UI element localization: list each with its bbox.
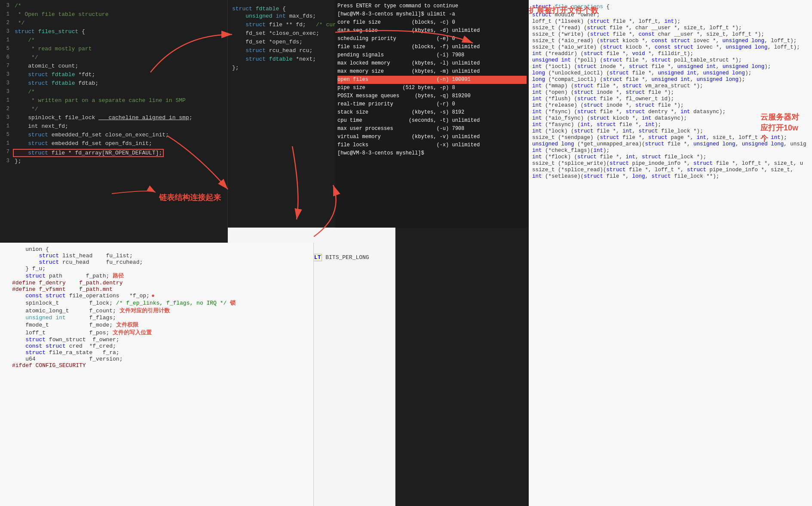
code-line: int (*readdir) (struct file *, void *, f… xyxy=(529,50,812,57)
terminal-line: pipe size (512 bytes, -p) 8 xyxy=(337,84,527,92)
code-line: 6 */ xyxy=(0,54,227,62)
code-line: ssize_t (*aio_read) (struct kiocb *, con… xyxy=(529,37,812,44)
code-line: 1 * Open file table structure xyxy=(0,11,227,19)
code-line: 3 struct fdtable *fdt; xyxy=(0,71,227,80)
terminal-line: POSIX message queues (bytes, -q) 819200 xyxy=(337,92,527,100)
lock-annotation: 锁 xyxy=(230,299,236,307)
chain-annotation: 链表结构连接起来 xyxy=(159,192,221,203)
path-annotation: 路径 xyxy=(113,272,124,280)
code-line: 1 int next_fd; xyxy=(0,123,227,131)
code-line: spinlock_t f_lock; /* f_ep_links, f_flag… xyxy=(0,299,313,307)
code-line: long (*unlocked_ioctl) (struct file *, u… xyxy=(529,70,812,76)
terminal-line: cpu time (seconds, -t) unlimited xyxy=(337,117,527,125)
code-line: 3 struct files_struct { xyxy=(0,28,227,37)
terminal-line: Press ENTER or type command to continue xyxy=(337,2,527,10)
code-line: struct list_head fu_list; xyxy=(0,253,313,259)
expand-files-annotation: 扩展被打开文件个数 xyxy=(529,5,598,15)
code-line: const struct file_operations *f_op; ● xyxy=(0,293,313,299)
code-line: 3 /* xyxy=(0,88,227,97)
fpos-annotation: 文件的写入位置 xyxy=(113,329,152,336)
code-line: ssize_t (*aio_write) (struct kiocb *, co… xyxy=(529,44,812,50)
terminal-line: [hwc@VM-8-3-centos myshell]$ xyxy=(337,149,527,157)
code-line: unsigned int f_flags; xyxy=(0,315,313,321)
code-line: const struct cred *f_cred; xyxy=(0,343,313,349)
code-line: int (*flush) (struct file *, fl_owner_t … xyxy=(529,96,812,102)
code-line: 3 spinlock_t file_lock ___cacheline_alig… xyxy=(0,114,227,123)
code-line: #define f_vfsmnt f_path.mnt xyxy=(0,286,313,293)
code-line: 1 /* xyxy=(0,37,227,45)
code-line: } f_u; xyxy=(0,265,313,272)
code-line: long (*compat_ioctl) (struct file *, uns… xyxy=(529,76,812,83)
refcount-annotation: 文件对应的引用计数 xyxy=(120,307,170,315)
code-line: 3 struct fdtable fdtab; xyxy=(0,80,227,88)
code-line: 1 * written part on a separate cache lin… xyxy=(0,97,227,105)
code-line: struct fown_struct f_owner; xyxy=(0,336,313,343)
terminal-line: max memory size (kbytes, -m) unlimited xyxy=(337,68,527,76)
terminal-line: file size (blocks, -f) unlimited xyxy=(337,43,527,51)
code-line: int (*flock) (struct file *, int, struct… xyxy=(529,154,812,160)
code-line: u64 f_version; xyxy=(0,356,313,362)
terminal-line: max user processes (-u) 7908 xyxy=(337,125,527,133)
code-line: 3 }; xyxy=(0,157,227,166)
code-line: int (*check_flags)(int); xyxy=(529,147,812,154)
open-files-line: open files (-n) 100001 xyxy=(337,76,527,84)
code-line: loff_t (*llseek) (struct file *, loff_t,… xyxy=(529,18,812,25)
code-line: ssize_t (*read) (struct file *, char __u… xyxy=(529,25,812,31)
code-line: unsigned int (*poll) (struct file *, str… xyxy=(529,57,812,63)
code-line: struct file_ra_state f_ra; xyxy=(0,349,313,356)
highlight-code-line: 7 struct file * fd_array[NR_OPEN_DEFAULT… xyxy=(0,148,227,157)
code-line: int (*setlease)(struct file *, long, str… xyxy=(529,173,812,179)
code-line: 3 /* xyxy=(0,2,227,11)
code-line: int (*open) (struct inode *, struct file… xyxy=(529,89,812,96)
code-line: int (*release) (struct inode *, struct f… xyxy=(529,102,812,108)
code-line: 7 atomic_t count; xyxy=(0,62,227,71)
code-line: 5 struct embedded_fd_set close_on_exec_i… xyxy=(0,131,227,140)
terminal-panel: Press ENTER or type command to continue … xyxy=(335,0,529,228)
code-line: 5 * read mostly part xyxy=(0,45,227,54)
file-operations-panel: struct file_operations { struct module *… xyxy=(529,0,812,506)
cloud-server-annotation: 云服务器对应打开10w个 xyxy=(760,112,799,145)
code-line: 2 */ xyxy=(0,105,227,114)
code-line: ssize_t (*splice_write)(struct pipe_inod… xyxy=(529,160,812,167)
main-container: 3 /* 1 * Open file table structure 2 */ … xyxy=(0,0,812,506)
terminal-line: data seg size (kbytes, -d) unlimited xyxy=(337,27,527,35)
terminal-line: scheduling priority (-e) 0 xyxy=(337,35,527,43)
code-line: ssize_t (*write) (struct file *, const c… xyxy=(529,31,812,37)
terminal-line: [hwc@VM-8-3-centos myshell]$ ulimit -a xyxy=(337,10,527,19)
code-line: union { xyxy=(0,246,313,253)
terminal-line: pending signals (-i) 7908 xyxy=(337,51,527,59)
terminal-line: core file size (blocks, -c) 0 xyxy=(337,19,527,27)
terminal-line: virtual memory (kbytes, -v) unlimited xyxy=(337,133,527,141)
fmode-annotation: 文件权限 xyxy=(116,321,138,329)
terminal-line: file locks (-x) unlimited xyxy=(337,141,527,149)
code-line: 2 */ xyxy=(0,19,227,28)
code-line: #define f_dentry f_path.dentry xyxy=(0,280,313,286)
code-line: struct path f_path; 路径 xyxy=(0,272,313,280)
code-line: 1 struct embedded fd_set open_fds_init; xyxy=(0,140,227,148)
code-line: int (*mmap) (struct file *, struct vm_ar… xyxy=(529,83,812,89)
code-line: struct rcu_head fu_rcuhead; xyxy=(0,259,313,265)
code-line: ssize_t (*splice_read)(struct file *, lo… xyxy=(529,167,812,173)
terminal-line: real-time priority (-r) 0 xyxy=(337,100,527,108)
terminal-line: max locked memory (kbytes, -l) unlimited xyxy=(337,59,527,68)
file-struct-panel: union { struct list_head fu_list; struct… xyxy=(0,243,314,506)
code-line: fmode_t f_mode; 文件权限 xyxy=(0,321,313,329)
code-line: loff_t f_pos; 文件的写入位置 xyxy=(0,329,313,336)
code-line: int (*ioctl) (struct inode *, struct fil… xyxy=(529,63,812,70)
terminal-line: stack size (kbytes, -s) 8192 xyxy=(337,108,527,117)
code-line: atomic_long_t f_count; 文件对应的引用计数 xyxy=(0,307,313,315)
code-line: #ifdef CONFIG_SECURITY xyxy=(0,362,313,369)
